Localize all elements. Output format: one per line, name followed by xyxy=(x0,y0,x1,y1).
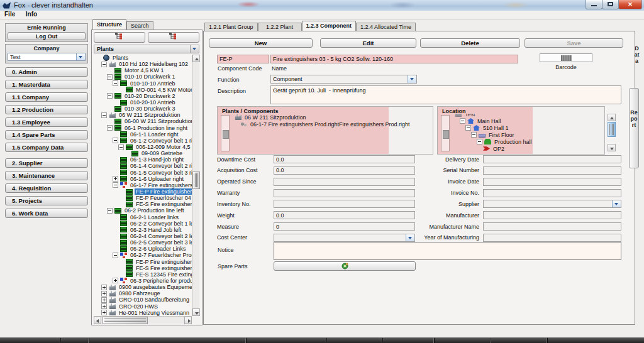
tree-item[interactable]: 09-009 Getriebe xyxy=(94,150,192,156)
tree-expander-icon[interactable] xyxy=(465,125,471,131)
tree-item[interactable]: OP2 xyxy=(452,145,603,152)
tree-item[interactable]: Motor 4,5 KW 1 xyxy=(94,67,192,74)
mini-scrollbar[interactable] xyxy=(441,115,450,151)
tree-expander-icon[interactable] xyxy=(113,253,118,258)
chevron-down-icon[interactable] xyxy=(408,75,416,83)
sidebar-nav-button[interactable]: 3. Maintenance xyxy=(5,171,88,180)
tree-item[interactable]: 06-2-5 Conveyor belt 3 left xyxy=(94,239,192,246)
spare-parts-button[interactable] xyxy=(274,261,416,271)
field-input[interactable] xyxy=(274,200,415,208)
tree-horizontal-scrollbar[interactable] xyxy=(94,316,192,324)
side-tab-data[interactable]: Data xyxy=(633,45,640,64)
field-input[interactable] xyxy=(483,166,621,175)
tree-item[interactable]: 010-20 Druckwerk 2 xyxy=(94,93,192,99)
field-value[interactable] xyxy=(484,156,621,163)
field-value[interactable] xyxy=(274,234,414,241)
field-input[interactable] xyxy=(274,222,415,231)
tree-item[interactable]: Production hall xyxy=(452,138,603,145)
tree-expander-icon[interactable] xyxy=(113,138,118,143)
tree-expander-icon[interactable] xyxy=(460,118,465,124)
notice-textarea[interactable] xyxy=(274,242,621,260)
sidebar-nav-button[interactable]: 1.1 Company xyxy=(5,92,88,102)
tree-item[interactable]: 06-2-1 Loader links xyxy=(94,214,192,220)
tree-expander-icon[interactable] xyxy=(118,144,124,150)
field-input[interactable] xyxy=(483,200,621,208)
sidebar-nav-button[interactable]: 1.3 Employee xyxy=(5,117,88,127)
tree-item[interactable]: 06-1-1 Loader right xyxy=(94,131,192,138)
arrow-up-icon[interactable] xyxy=(608,114,616,121)
sidebar-nav-button[interactable]: 0. Admin xyxy=(5,67,88,77)
field-value[interactable] xyxy=(484,178,621,185)
tree-item[interactable]: First Floor xyxy=(452,131,603,138)
sidebar-nav-button[interactable]: 2. Supplier xyxy=(5,158,88,168)
barcode-field[interactable] xyxy=(540,53,592,62)
component-name-input[interactable] xyxy=(271,55,518,63)
main-tab[interactable]: 1.2.1 Plant Group xyxy=(204,23,258,31)
field-value[interactable] xyxy=(274,223,414,230)
tree-item[interactable]: 510 Hall 1 xyxy=(452,124,603,131)
arrow-down-icon[interactable] xyxy=(608,144,616,151)
field-input[interactable] xyxy=(483,155,621,163)
field-value[interactable] xyxy=(274,190,414,197)
tree-item[interactable]: GRO-020 HWS xyxy=(94,303,192,309)
tree-item[interactable]: GRO-010 Sandaufbereitung xyxy=(94,297,192,303)
tree-item[interactable]: 06-1-2 Conveyor belt 1 right xyxy=(94,138,192,144)
field-input[interactable] xyxy=(274,155,415,163)
tree-expander-icon[interactable] xyxy=(107,208,113,214)
tree-item[interactable]: 010-10 Druckwerk 1 xyxy=(94,74,192,80)
tree-item[interactable]: FE-S 12345 Fire extinguisher 07 - 9l xyxy=(94,271,192,278)
sidebar-nav-button[interactable]: 4. Requisition xyxy=(5,183,88,193)
sidebar-nav-button[interactable]: 1.5 Company Data xyxy=(5,143,88,152)
description-textarea[interactable] xyxy=(270,85,621,104)
chevron-down-icon[interactable] xyxy=(190,45,199,53)
tree-item[interactable]: FE-S Fire extinguisher 06 - 9l foam xyxy=(94,265,192,271)
sidebar-nav-button[interactable]: 6. Work Data xyxy=(5,209,88,218)
tree-vertical-scrollbar[interactable] xyxy=(192,55,199,316)
field-value[interactable] xyxy=(484,212,621,219)
tree-expander-icon[interactable] xyxy=(101,291,107,297)
tree-expander-icon[interactable] xyxy=(101,310,107,315)
tree-item[interactable]: 0900 ausgebautes Equipement xyxy=(94,284,192,290)
tree-item[interactable]: 06-2-4 Conveyor belt 2 left xyxy=(94,233,192,239)
tree-expander-icon[interactable] xyxy=(471,132,477,138)
field-input[interactable] xyxy=(483,234,621,242)
tree-item[interactable]: Main Hall xyxy=(452,117,603,124)
arrow-left-icon[interactable] xyxy=(94,317,101,324)
minimize-button[interactable] xyxy=(586,0,602,9)
tree-expander-icon[interactable] xyxy=(113,80,118,86)
tree-item[interactable]: 06 W 211 Sitzproduktion xyxy=(94,112,192,118)
tree-item[interactable]: 06-1-5 Conveyor belt 3 right xyxy=(94,170,192,176)
toolbar-button[interactable]: New xyxy=(209,38,313,48)
tree-expander-icon[interactable] xyxy=(101,112,107,118)
component-code-input[interactable] xyxy=(218,55,269,63)
tree-item[interactable]: MO-001 4,5 KW Motor xyxy=(94,87,192,93)
tree-tab[interactable]: Structure xyxy=(92,19,126,30)
field-input[interactable] xyxy=(274,211,415,219)
tree-item[interactable]: 06-2-2 Conveyor belt 1 left xyxy=(94,220,192,227)
scrollbar-thumb[interactable] xyxy=(192,172,200,189)
scrollbar-thumb[interactable] xyxy=(608,122,616,137)
field-value[interactable] xyxy=(484,167,621,174)
tree-item[interactable]: 06-1-7 Fire extinguishers Prod.rightFire… xyxy=(232,121,431,128)
tree-item[interactable]: 06-1-7 Fire extinguishers Prod.rightFire… xyxy=(94,182,192,188)
tree-item[interactable]: 06-2-6 Uploader Links xyxy=(94,246,192,252)
menu-item[interactable]: Info xyxy=(21,11,42,18)
field-input[interactable] xyxy=(274,166,415,175)
tree-expander-icon[interactable] xyxy=(107,74,113,80)
tree-item[interactable]: He-001 Heizung Viessmann xyxy=(94,310,192,316)
tree-expander-icon[interactable] xyxy=(113,176,118,182)
tree-item[interactable]: 010-10-10 Antrieb xyxy=(94,80,192,87)
field-input[interactable] xyxy=(274,178,415,186)
tree-item[interactable]: FE-P Fire extinguishers 03 - 5 kg CO2 So… xyxy=(94,188,192,195)
field-value[interactable] xyxy=(484,190,621,197)
field-input[interactable] xyxy=(483,189,621,197)
tree-expander-icon[interactable] xyxy=(101,62,107,67)
field-value[interactable] xyxy=(484,223,621,230)
mini-scrollbar[interactable] xyxy=(221,115,230,151)
tree-item[interactable]: 06-00 W 211 Sitzproduktion Hauptanlage xyxy=(94,118,192,124)
tree-expander-icon[interactable] xyxy=(101,303,107,309)
side-tab-report[interactable]: Report xyxy=(629,88,639,168)
location-scrollbar[interactable] xyxy=(608,114,616,151)
tree-item[interactable]: Plants xyxy=(94,55,192,61)
component-code-field[interactable] xyxy=(217,55,269,63)
